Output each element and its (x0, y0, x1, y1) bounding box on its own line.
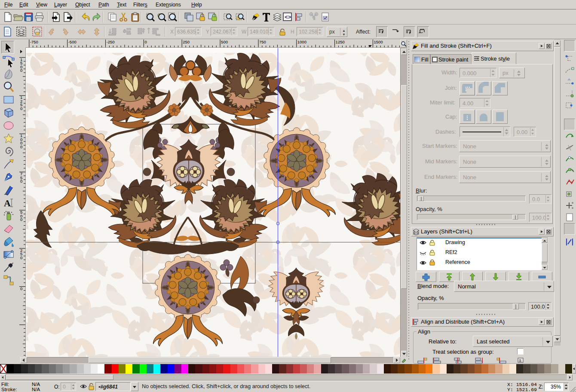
svg-text:a: a (519, 358, 521, 363)
svg-text:250: 250 (183, 40, 190, 44)
svg-text:1500: 1500 (374, 40, 383, 44)
svg-text:0: 0 (20, 217, 22, 222)
svg-text:0: 0 (20, 144, 22, 149)
svg-text:<>: <> (285, 14, 291, 21)
svg-text:1000: 1000 (297, 40, 306, 44)
svg-text:750: 750 (259, 40, 266, 44)
svg-text:0: 0 (144, 40, 147, 44)
svg-text:-750: -750 (30, 40, 38, 44)
svg-text:-250: -250 (107, 40, 115, 44)
svg-text:-500: -500 (68, 40, 77, 44)
svg-text:0: 0 (20, 179, 22, 184)
svg-text:0: 0 (20, 68, 22, 73)
svg-text:0: 0 (20, 286, 22, 291)
svg-text:0: 0 (20, 106, 22, 111)
svg-text:500: 500 (221, 40, 228, 44)
svg-text:0: 0 (20, 255, 22, 260)
svg-text:A: A (4, 198, 11, 208)
svg-text:1250: 1250 (336, 40, 345, 44)
